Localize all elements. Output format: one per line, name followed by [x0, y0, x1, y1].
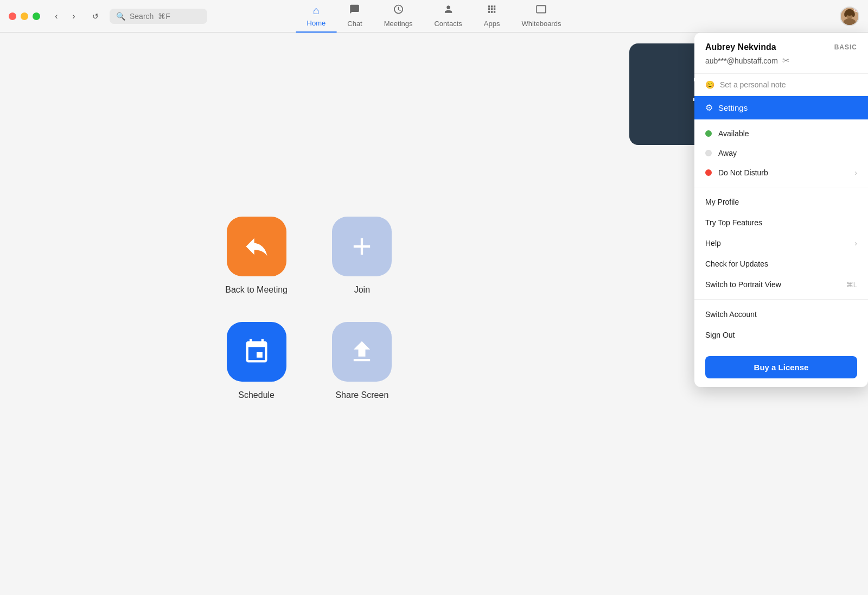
- chat-icon: [349, 4, 360, 17]
- status-section: Available Away Do Not Disturb ›: [694, 119, 868, 187]
- svg-point-5: [852, 12, 854, 17]
- tab-contacts-label: Contacts: [434, 20, 462, 28]
- settings-label: Settings: [718, 103, 748, 112]
- help-chevron-icon: ›: [854, 239, 857, 248]
- search-icon: 🔍: [116, 12, 125, 21]
- nav-history-button[interactable]: ↺: [88, 9, 103, 24]
- tab-meetings[interactable]: Meetings: [373, 0, 424, 33]
- switch-account-item[interactable]: Switch Account: [694, 304, 868, 325]
- user-row: Aubrey Nekvinda BASIC: [705, 42, 857, 52]
- check-updates-label: Check for Updates: [705, 259, 768, 268]
- note-emoji: 😊: [705, 80, 714, 89]
- tab-home[interactable]: ⌂ Home: [296, 0, 337, 33]
- switch-portrait-shortcut: ⌘L: [846, 281, 857, 289]
- my-profile-label: My Profile: [705, 198, 739, 206]
- join-item[interactable]: Join: [331, 217, 393, 295]
- available-label: Available: [718, 129, 749, 138]
- available-dot: [705, 130, 712, 137]
- schedule-icon-bg: [227, 322, 286, 382]
- tab-chat[interactable]: Chat: [336, 0, 373, 33]
- plus-icon: [348, 232, 376, 261]
- dropdown-plan: BASIC: [834, 43, 857, 51]
- tab-whiteboards[interactable]: Whiteboards: [510, 0, 572, 33]
- maximize-button[interactable]: [33, 12, 40, 20]
- away-dot: [705, 150, 712, 156]
- status-available[interactable]: Available: [694, 124, 868, 143]
- join-label: Join: [354, 285, 370, 295]
- dropdown-header: Aubrey Nekvinda BASIC aub***@hubstaff.co…: [694, 33, 868, 74]
- personal-note-label: Set a personal note: [720, 80, 786, 89]
- help-item[interactable]: Help ›: [694, 233, 868, 254]
- profile-dropdown: Aubrey Nekvinda BASIC aub***@hubstaff.co…: [694, 33, 868, 387]
- status-do-not-disturb[interactable]: Do Not Disturb ›: [694, 163, 868, 182]
- meetings-icon: [393, 4, 404, 17]
- search-label: Search: [130, 12, 154, 21]
- nav-arrows: ‹ ›: [49, 9, 81, 24]
- bottom-section: Switch Account Sign Out: [694, 300, 868, 350]
- try-top-features-label: Try Top Features: [705, 218, 762, 227]
- settings-item[interactable]: ⚙ Settings: [694, 96, 868, 119]
- switch-portrait-label: Switch to Portrait View: [705, 280, 781, 289]
- minimize-button[interactable]: [21, 12, 28, 20]
- status-away[interactable]: Away: [694, 143, 868, 163]
- upload-icon: [348, 338, 376, 366]
- dropdown-email: aub***@hubstaff.com: [705, 56, 778, 65]
- contacts-icon: [443, 4, 454, 17]
- away-label: Away: [718, 149, 737, 157]
- tab-apps-label: Apps: [484, 20, 500, 28]
- tab-whiteboards-label: Whiteboards: [521, 20, 561, 28]
- calendar-icon: [242, 338, 271, 366]
- notification-badge: [854, 7, 859, 12]
- email-row: aub***@hubstaff.com ✂: [705, 55, 857, 66]
- copy-icon[interactable]: ✂: [782, 55, 789, 66]
- tab-chat-label: Chat: [347, 20, 362, 28]
- dropdown-username: Aubrey Nekvinda: [705, 42, 776, 52]
- action-grid: Back to Meeting Join Schedule: [225, 217, 393, 400]
- sign-out-item[interactable]: Sign Out: [694, 325, 868, 345]
- left-panel: Back to Meeting Join Schedule: [0, 33, 618, 595]
- tab-meetings-label: Meetings: [384, 20, 413, 28]
- back-to-meeting-item[interactable]: Back to Meeting: [225, 217, 288, 295]
- apps-icon: [487, 4, 497, 17]
- back-to-meeting-icon-bg: [227, 217, 286, 276]
- titlebar: ‹ › ↺ 🔍 Search ⌘F ⌂ Home Chat Meetings: [0, 0, 868, 33]
- tab-contacts[interactable]: Contacts: [423, 0, 473, 33]
- switch-portrait-item[interactable]: Switch to Portrait View ⌘L: [694, 274, 868, 295]
- join-icon-bg: [332, 217, 392, 276]
- window-controls: [9, 12, 40, 20]
- reply-icon: [242, 232, 271, 261]
- dnd-label: Do Not Disturb: [718, 168, 768, 177]
- share-screen-icon-bg: [332, 322, 392, 382]
- titlebar-right: [840, 7, 859, 26]
- my-profile-item[interactable]: My Profile: [694, 192, 868, 212]
- svg-point-4: [844, 12, 847, 17]
- nav-forward-button[interactable]: ›: [66, 9, 81, 24]
- menu-section: My Profile Try Top Features Help › Check…: [694, 187, 868, 300]
- search-shortcut: ⌘F: [158, 12, 170, 21]
- personal-note[interactable]: 😊 Set a personal note: [694, 74, 868, 96]
- share-screen-label: Share Screen: [335, 390, 388, 400]
- tab-apps[interactable]: Apps: [473, 0, 511, 33]
- dnd-dot: [705, 169, 712, 176]
- nav-tabs: ⌂ Home Chat Meetings Contacts Apps: [296, 0, 572, 33]
- settings-gear-icon: ⚙: [705, 103, 713, 113]
- schedule-label: Schedule: [238, 390, 275, 400]
- tab-home-label: Home: [307, 19, 326, 27]
- back-to-meeting-label: Back to Meeting: [225, 285, 288, 295]
- close-button[interactable]: [9, 12, 16, 20]
- share-screen-item[interactable]: Share Screen: [331, 322, 393, 400]
- search-bar[interactable]: 🔍 Search ⌘F: [110, 9, 207, 24]
- try-top-features-item[interactable]: Try Top Features: [694, 212, 868, 233]
- avatar-button[interactable]: [840, 7, 859, 26]
- nav-back-button[interactable]: ‹: [49, 9, 64, 24]
- schedule-item[interactable]: Schedule: [225, 322, 288, 400]
- help-label: Help: [705, 239, 721, 248]
- home-icon: ⌂: [313, 4, 320, 17]
- dnd-chevron-icon: ›: [854, 168, 857, 177]
- buy-license-button[interactable]: Buy a License: [705, 356, 857, 378]
- whiteboards-icon: [536, 4, 547, 17]
- check-updates-item[interactable]: Check for Updates: [694, 254, 868, 274]
